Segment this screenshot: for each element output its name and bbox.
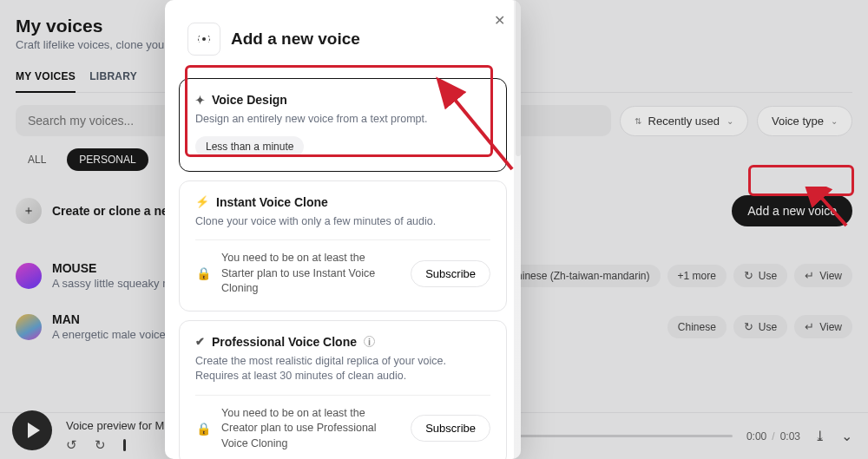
subscribe-button[interactable]: Subscribe: [411, 260, 490, 287]
modal-header-icon: [187, 23, 220, 56]
card-desc: Clone your voice with only a few minutes…: [195, 214, 490, 230]
card-voice-design[interactable]: ✦ Voice Design Design an entirely new vo…: [179, 78, 507, 172]
sparkle-icon: ✦: [195, 94, 205, 107]
lock-text: You need to be on at least the Creator p…: [221, 406, 400, 452]
check-seal-icon: ✔︎: [195, 335, 205, 348]
lock-icon: 🔒: [195, 422, 211, 436]
card-instant-clone[interactable]: ⚡ Instant Voice Clone Clone your voice w…: [179, 180, 507, 311]
scrollbar-thumb[interactable]: [516, 0, 521, 156]
sound-icon: [195, 30, 213, 48]
bolt-icon: ⚡: [195, 195, 209, 208]
card-title: Instant Voice Clone: [216, 195, 328, 209]
card-title: Voice Design: [212, 93, 287, 107]
lock-text: You need to be on at least the Starter p…: [221, 251, 400, 297]
modal-title: Add a new voice: [231, 30, 360, 49]
info-icon[interactable]: i: [364, 336, 375, 347]
card-professional-clone[interactable]: ✔︎ Professional Voice Clone i Create the…: [179, 320, 507, 460]
svg-point-0: [202, 37, 206, 41]
lock-icon: 🔒: [195, 266, 211, 280]
card-title: Professional Voice Clone: [212, 335, 357, 349]
card-desc: Create the most realistic digital replic…: [195, 354, 490, 384]
subscribe-button[interactable]: Subscribe: [411, 415, 490, 442]
scrollbar-track[interactable]: [514, 0, 521, 459]
close-icon[interactable]: ✕: [490, 9, 509, 32]
card-desc: Design an entirely new voice from a text…: [195, 112, 490, 128]
add-voice-modal: ✕ Add a new voice ✦ Voice Design Design …: [165, 0, 521, 459]
duration-badge: Less than a minute: [195, 136, 304, 157]
